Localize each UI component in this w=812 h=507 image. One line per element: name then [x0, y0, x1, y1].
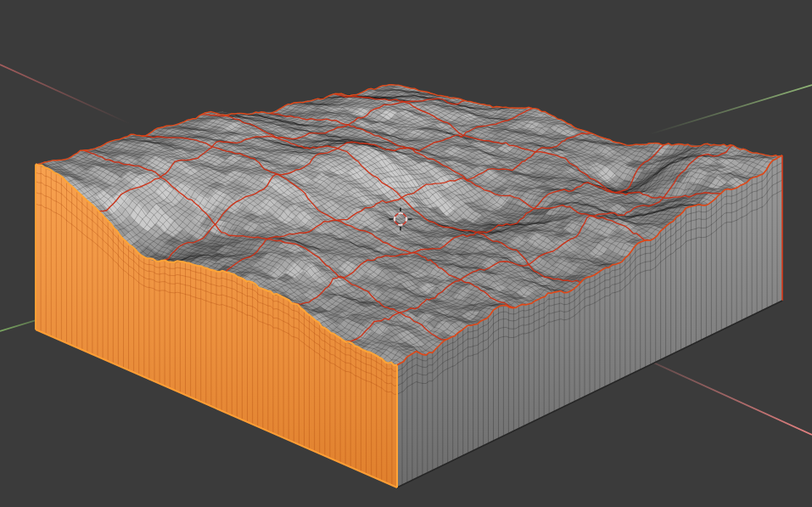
- viewport-canvas[interactable]: [0, 0, 812, 507]
- blender-3d-viewport[interactable]: [0, 0, 812, 507]
